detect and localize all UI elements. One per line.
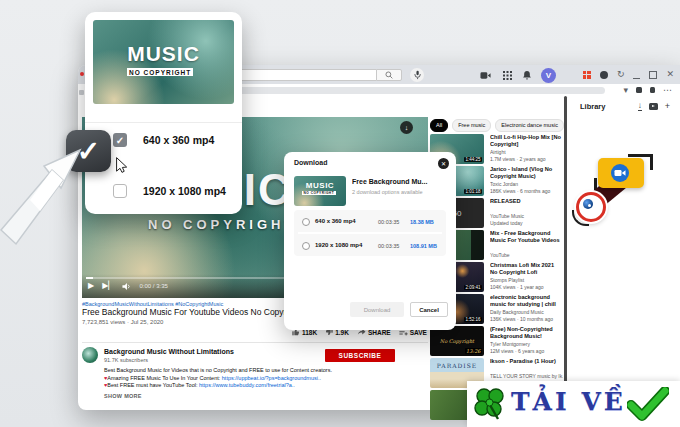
description-link[interactable]: https://uppbeat.io/?ps=backgroundmusi..	[222, 375, 321, 381]
camera-circle	[611, 164, 629, 182]
profile-icon[interactable]	[600, 71, 608, 79]
banner-text: TẢI VỀ	[511, 387, 626, 416]
clover-icon	[471, 385, 509, 423]
scrollbar[interactable]	[564, 96, 567, 410]
sidebar-toggle-icon[interactable]	[79, 90, 84, 95]
maximize-button[interactable]	[649, 71, 657, 79]
video-description: Best Background Music for Videos that is…	[104, 367, 404, 390]
channel-name[interactable]: Background Music Without Limitations	[104, 348, 234, 355]
search-icon	[385, 71, 393, 79]
quality-popup: MUSIC NO COPYRIGHT ✓ 640 x 360 mp4 1920 …	[85, 12, 242, 214]
overlay-download-button[interactable]: ↓	[400, 121, 413, 134]
related-title: RELEASED	[490, 198, 563, 205]
camcorder-icon	[611, 164, 629, 182]
refresh-icon[interactable]: ↻	[617, 70, 625, 79]
related-meta: 186K views · 6 months ago	[490, 188, 563, 194]
notification-dot	[80, 72, 84, 76]
library-download-icon[interactable]: ↓	[638, 102, 642, 111]
related-meta: 136K views · 10 months ago	[490, 316, 563, 322]
duration-badge: 1:44:25	[464, 157, 482, 162]
next-button[interactable]: ▶▏	[102, 281, 114, 291]
create-video-icon[interactable]	[479, 70, 491, 81]
extension-grid-icon[interactable]	[583, 71, 591, 79]
divider	[298, 232, 442, 234]
related-channel: Stomps Playlist	[490, 277, 563, 283]
option-label: 640 x 360 mp4	[315, 218, 356, 224]
downloader-logo	[572, 150, 680, 230]
related-video-item[interactable]: No Copyright 13:26 (Free) Non-Copyrighte…	[430, 326, 563, 356]
voice-search-button[interactable]	[410, 68, 424, 82]
filter-chips: All Free music Electronic dance music ›	[430, 119, 573, 131]
description-line: ♥Best FREE must have YouTube Tool: https…	[104, 382, 404, 390]
volume-icon[interactable]	[122, 282, 131, 291]
chip-free-music[interactable]: Free music	[452, 119, 491, 132]
related-channel: Airtight	[490, 149, 563, 155]
search-button[interactable]	[376, 69, 402, 81]
library-video-icon[interactable]	[649, 103, 658, 110]
download-option-row[interactable]: 1920 x 1080 mp4 00:03:35 108.91 MB	[294, 235, 446, 255]
play-button[interactable]: ▶	[88, 281, 94, 291]
duration-badge: 1:01:18	[464, 189, 482, 194]
option-duration: 00:03:35	[378, 243, 399, 249]
description-link[interactable]: https://www.tubebuddy.com/freetrial?a..	[199, 382, 295, 388]
related-title: Christmas Lofi Mix 2021 No Copyright Lof…	[490, 262, 563, 275]
option-size: 18.38 MB	[410, 219, 434, 225]
divider	[82, 342, 428, 343]
duration-badge: 1:52:16	[464, 317, 482, 322]
dialog-thumbnail: MUSIC NO COPYRIGHT	[294, 176, 346, 206]
show-more-button[interactable]: SHOW MORE	[104, 393, 142, 399]
thumb-text: NO COPYRIGHT	[127, 68, 193, 76]
mouse-cursor-icon	[115, 157, 128, 173]
chip-all[interactable]: All	[430, 119, 448, 132]
subscribe-button[interactable]: SUBSCRIBE	[325, 349, 395, 362]
mic-icon	[413, 70, 422, 80]
notifications-bell-icon[interactable]	[521, 70, 533, 81]
chip-electronic-dance-music[interactable]: Electronic dance music	[495, 119, 564, 132]
option-label: 1920 x 1080 mp4	[315, 242, 362, 248]
quality-option-label[interactable]: 640 x 360 mp4	[143, 134, 214, 146]
close-window-button[interactable]: ✕	[666, 70, 674, 79]
thumb-text: No Copyright	[440, 338, 474, 344]
related-channel: YouTube	[490, 252, 563, 258]
download-dialog: Download ✕ MUSIC NO COPYRIGHT Free Backg…	[284, 152, 456, 330]
chevron-down-icon[interactable]: ▾	[623, 86, 628, 95]
related-meta: 12M views · 6 years ago	[490, 348, 563, 354]
popup-thumbnail: MUSIC NO COPYRIGHT	[93, 20, 234, 104]
related-meta: 1.7M views · 2 years ago	[490, 156, 563, 162]
thumb-text: PARADISE	[437, 362, 477, 369]
minimize-button[interactable]	[633, 71, 640, 79]
quality-option-label[interactable]: 1920 x 1080 mp4	[143, 185, 226, 197]
apps-grid-icon[interactable]	[501, 70, 513, 81]
video-thumbnail: No Copyright 13:26	[430, 326, 484, 356]
download-button[interactable]: Download	[350, 302, 404, 317]
account-avatar[interactable]: V	[541, 68, 556, 83]
green-check-icon	[627, 387, 669, 421]
address-bar[interactable]	[228, 87, 605, 94]
dialog-close-button[interactable]: ✕	[438, 158, 449, 169]
radio-button[interactable]	[302, 218, 310, 226]
quality-checkbox-checked[interactable]: ✓	[113, 133, 127, 147]
channel-avatar[interactable]	[82, 347, 98, 363]
related-channel: YouTube Music	[490, 213, 563, 219]
video-overlay-subtitle: NO COPYRIGHT	[148, 217, 296, 232]
extension-icon[interactable]	[650, 87, 656, 94]
related-title: (Free) Non-Copyrighted Background Music!	[490, 326, 563, 339]
extension-icon[interactable]	[636, 87, 642, 94]
cancel-button[interactable]: Cancel	[410, 302, 448, 317]
option-duration: 00:03:35	[378, 219, 399, 225]
related-channel: TELL YOUR STORY music by Ik.. ✓	[490, 373, 563, 379]
cursor-arrow-3d	[0, 138, 86, 250]
related-title: Chill Lo-fi Hip-Hop Mix [No Copyright]	[490, 134, 563, 147]
browser-menu-icon[interactable]: ⋯	[663, 86, 672, 95]
search-input[interactable]	[230, 69, 376, 81]
quality-checkbox-empty[interactable]	[113, 184, 127, 198]
library-panel: Library ↓ +	[568, 96, 680, 410]
thumb-text: MUSIC	[294, 181, 346, 190]
radio-button[interactable]	[302, 242, 310, 250]
duration-badge: 13:26	[465, 348, 482, 354]
library-add-icon[interactable]: +	[665, 102, 670, 111]
related-title: Jarico - Island (Vlog No Copyright Music…	[490, 166, 563, 179]
library-title: Library	[580, 102, 605, 111]
download-option-row[interactable]: 640 x 360 mp4 00:03:35 18.38 MB	[294, 211, 446, 231]
channel-subscribers: 91.7K subscribers	[104, 357, 148, 363]
